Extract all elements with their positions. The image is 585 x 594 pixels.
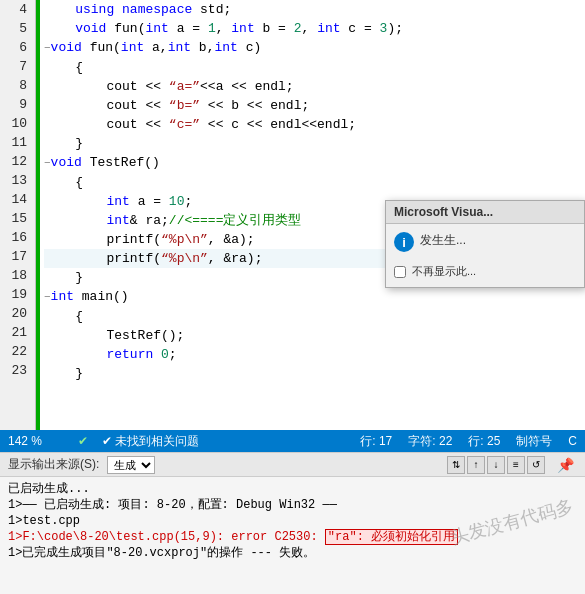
row-indicator: 行: 17 xyxy=(360,433,392,450)
panel-pin-icon: 📌 xyxy=(557,457,577,473)
c-indicator: C xyxy=(568,434,577,448)
code-line-8: cout << “a=”<<a << endl; xyxy=(44,77,581,96)
output-line-3: 1>test.cpp xyxy=(8,513,577,529)
popup-title: Microsoft Visua... xyxy=(386,201,584,224)
code-line-19: −int main() xyxy=(44,287,581,307)
code-line-11: } xyxy=(44,134,581,153)
output-source-select[interactable]: 生成 xyxy=(107,456,155,474)
code-line-5: void fun(int a = 1, int b = 2, int c = 3… xyxy=(44,19,581,38)
toolbar-btn-4[interactable]: ≡ xyxy=(507,456,525,474)
code-line-21: TestRef(); xyxy=(44,326,581,345)
popup-footer: 不再显示此... xyxy=(386,260,584,287)
code-line-4: using namespace std; xyxy=(44,0,581,19)
output-toolbar: ⇅ ↑ ↓ ≡ ↺ xyxy=(447,456,545,474)
no-show-checkbox[interactable] xyxy=(394,266,406,278)
status-message: ✔ 未找到相关问题 xyxy=(102,433,199,450)
toolbar-btn-3[interactable]: ↓ xyxy=(487,456,505,474)
status-bar: 142 % ✔ ✔ 未找到相关问题 行: 17 字符: 22 行: 25 制符号… xyxy=(0,430,585,452)
code-line-22: return 0; xyxy=(44,345,581,364)
col-indicator: 字符: 22 xyxy=(408,433,452,450)
output-line-5: 1>已完成生成项目"8-20.vcxproj"的操作 --- 失败。 xyxy=(8,545,577,561)
code-line-9: cout << “b=” << b << endl; xyxy=(44,96,581,115)
error-highlight: "ra": 必须初始化引用 xyxy=(325,529,458,545)
output-header: 显示输出来源(S): 生成 ⇅ ↑ ↓ ≡ ↺ 📌 xyxy=(0,453,585,477)
popup-info-icon: i xyxy=(394,232,414,252)
output-label: 显示输出来源(S): xyxy=(8,456,99,473)
zoom-level: 142 % xyxy=(8,434,42,448)
line-numbers: 4 5 6 7 8 9 10 11 12 13 14 15 16 17 18 1… xyxy=(0,0,36,430)
popup-message: 发生生... xyxy=(420,232,466,249)
code-line-23: } xyxy=(44,364,581,383)
code-line-10: cout << “c=” << c << endl<<endl; xyxy=(44,115,581,134)
line25-indicator: 行: 25 xyxy=(468,433,500,450)
code-line-6: −void fun(int a,int b,int c) xyxy=(44,38,581,58)
output-error-line: 1>F:\code\8-20\test.cpp(15,9): error C25… xyxy=(8,529,577,545)
check-icon: ✔ xyxy=(78,434,88,448)
code-line-20: { xyxy=(44,307,581,326)
popup-body: i 发生生... xyxy=(386,224,584,260)
no-show-label: 不再显示此... xyxy=(412,264,476,279)
popup-dialog: Microsoft Visua... i 发生生... 不再显示此... xyxy=(385,200,585,288)
toolbar-btn-2[interactable]: ↑ xyxy=(467,456,485,474)
symbol-indicator: 制符号 xyxy=(516,433,552,450)
code-line-12: −void TestRef() xyxy=(44,153,581,173)
code-line-13: { xyxy=(44,173,581,192)
output-line-2: 1>—— 已启动生成: 项目: 8-20，配置: Debug Win32 —— xyxy=(8,497,577,513)
output-panel: 显示输出来源(S): 生成 ⇅ ↑ ↓ ≡ ↺ 📌 已启动生成... 1>—— … xyxy=(0,452,585,594)
output-content: 已启动生成... 1>—— 已启动生成: 项目: 8-20，配置: Debug … xyxy=(0,477,585,594)
output-line-1: 已启动生成... xyxy=(8,481,577,497)
toolbar-btn-5[interactable]: ↺ xyxy=(527,456,545,474)
toolbar-btn-1[interactable]: ⇅ xyxy=(447,456,465,474)
code-line-7: { xyxy=(44,58,581,77)
